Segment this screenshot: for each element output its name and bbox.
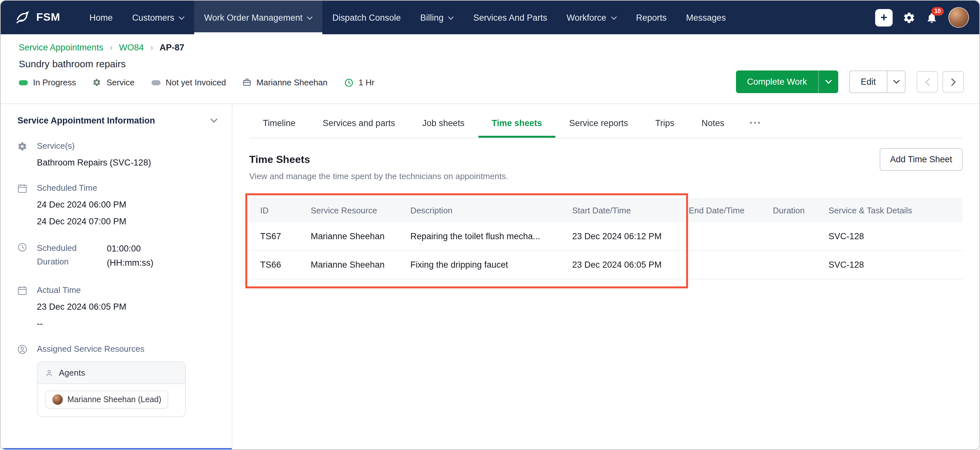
tab-label: Timeline: [263, 118, 296, 128]
chevron-down-icon: [611, 16, 617, 20]
column-header-duration[interactable]: Duration: [773, 198, 829, 222]
page-header: Service Appointments › WO84 › AP-87 Sund…: [1, 34, 979, 104]
collapse-panel-button[interactable]: [210, 118, 218, 123]
column-header-end-date-time[interactable]: End Date/Time: [689, 198, 773, 222]
status-badge: In Progress: [19, 78, 76, 87]
cell-service-task-details: SVC-128: [829, 251, 963, 279]
cell-id[interactable]: TS67: [249, 222, 311, 251]
cell-service-resource: Marianne Sheehan: [311, 222, 410, 251]
nav-item-workforce[interactable]: Workforce: [557, 1, 627, 34]
chevron-down-icon: [825, 79, 832, 84]
tab-service-reports[interactable]: Service reports: [556, 108, 642, 138]
appointment-title: Sundry bathroom repairs: [19, 58, 964, 69]
column-header-description[interactable]: Description: [410, 198, 572, 222]
field-body: Service(s) Bathroom Repairs (SVC-128): [37, 141, 218, 168]
next-record-button[interactable]: [942, 71, 964, 92]
nav-item-label: Messages: [686, 13, 726, 22]
add-time-sheet-button[interactable]: Add Time Sheet: [880, 148, 963, 171]
agent-avatar: [52, 395, 63, 405]
user-avatar[interactable]: [948, 7, 969, 28]
service-value: Bathroom Repairs (SVC-128): [37, 158, 218, 168]
clock-icon: [18, 242, 29, 269]
gear-icon: [93, 78, 101, 87]
time-sheets-table: ID Service Resource Description Start Da…: [249, 198, 963, 279]
scheduled-start-value: 24 Dec 2024 06:00 PM: [37, 200, 218, 209]
tab-label: Trips: [655, 118, 674, 128]
person-icon: [45, 369, 54, 377]
nav-item-label: Services And Parts: [474, 13, 547, 22]
create-new-button[interactable]: +: [875, 9, 892, 26]
notification-count-badge: 10: [931, 7, 944, 16]
column-header-start-date-time[interactable]: Start Date/Time: [572, 198, 689, 222]
clock-icon: [344, 78, 353, 87]
calendar-icon: [18, 183, 29, 226]
nav-item-label: Reports: [636, 13, 667, 22]
complete-work-dropdown-button[interactable]: [818, 70, 838, 93]
tab-notes[interactable]: Notes: [688, 108, 738, 138]
assigned-resources-field: Assigned Service Resources Agents Marian…: [18, 344, 218, 417]
edit-dropdown-button[interactable]: [887, 70, 905, 93]
panel-header: Service Appointment Information: [18, 116, 218, 125]
section-title: Time Sheets: [249, 154, 963, 165]
tab-services-and-parts[interactable]: Services and parts: [309, 108, 409, 138]
chevron-down-icon: [893, 79, 899, 84]
nav-item-dispatch-console[interactable]: Dispatch Console: [323, 1, 411, 34]
chevron-left-icon: [925, 78, 930, 86]
tabs-overflow-button[interactable]: •••: [738, 108, 773, 138]
column-header-service-task-details[interactable]: Service & Task Details: [829, 198, 963, 222]
complete-work-split-button: Complete Work: [736, 70, 838, 93]
field-body: Actual Time 23 Dec 2024 06:05 PM --: [37, 285, 218, 328]
nav-item-messages[interactable]: Messages: [676, 1, 736, 34]
tab-trips[interactable]: Trips: [641, 108, 688, 138]
person-circle-icon: [18, 344, 29, 417]
breadcrumb-service-appointments[interactable]: Service Appointments: [19, 43, 103, 52]
cell-service-resource: Marianne Sheehan: [311, 251, 410, 279]
breadcrumb: Service Appointments › WO84 › AP-87: [19, 43, 964, 52]
chevron-right-icon: [951, 78, 956, 86]
cell-description: Repairing the toilet flush mecha...: [410, 222, 572, 251]
nav-item-billing[interactable]: Billing: [411, 1, 464, 34]
column-header-id[interactable]: ID: [249, 198, 311, 222]
agents-card-body: Marianne Sheehan (Lead): [38, 384, 185, 417]
chevron-down-icon: [179, 16, 185, 20]
scheduled-end-value: 24 Dec 2024 07:00 PM: [37, 217, 218, 226]
invoice-status-badge: Not yet Invoiced: [151, 78, 226, 87]
nav-item-services-and-parts[interactable]: Services And Parts: [464, 1, 557, 34]
tab-label: Notes: [702, 118, 724, 128]
nav-item-reports[interactable]: Reports: [626, 1, 676, 34]
tab-label: Service reports: [569, 118, 628, 128]
nav-item-work-order-management[interactable]: Work Order Management: [194, 1, 323, 34]
horizontal-scrollbar[interactable]: [1, 448, 232, 450]
tab-job-sheets[interactable]: Job sheets: [409, 108, 478, 138]
nav-item-home[interactable]: Home: [80, 1, 123, 34]
field-label: Scheduled Time: [37, 183, 218, 193]
tab-timeline[interactable]: Timeline: [249, 108, 309, 138]
nav-item-label: Dispatch Console: [332, 13, 401, 22]
settings-gear-icon[interactable]: [903, 11, 915, 24]
nav-item-label: Home: [89, 13, 113, 22]
edit-button[interactable]: Edit: [849, 70, 887, 93]
appointment-info-panel: Service Appointment Information Service(…: [1, 104, 232, 450]
column-header-service-resource[interactable]: Service Resource: [311, 198, 410, 222]
cell-start-date-time: 23 Dec 2024 06:12 PM: [572, 222, 689, 251]
tab-time-sheets[interactable]: Time sheets: [478, 108, 556, 138]
type-label: Service: [107, 78, 135, 87]
app-window: FSM Home Customers Work Order Management…: [0, 0, 980, 450]
previous-record-button[interactable]: [916, 71, 938, 92]
notifications-button[interactable]: 10: [926, 11, 938, 24]
complete-work-button[interactable]: Complete Work: [736, 70, 818, 93]
assignee-badge: Marianne Sheehan: [243, 78, 328, 87]
cell-id[interactable]: TS66: [249, 251, 311, 279]
tab-label: Job sheets: [422, 118, 465, 128]
nav-item-customers[interactable]: Customers: [123, 1, 194, 34]
agent-chip[interactable]: Marianne Sheehan (Lead): [45, 390, 169, 409]
service-field: Service(s) Bathroom Repairs (SVC-128): [18, 141, 218, 168]
breadcrumb-work-order[interactable]: WO84: [119, 43, 144, 52]
field-body: Scheduled Duration 01:00:00 (HH:mm:ss): [37, 242, 218, 269]
status-dot-icon: [19, 80, 28, 85]
fsm-brand[interactable]: FSM: [15, 10, 60, 25]
cell-duration: [773, 251, 829, 279]
tab-label: Services and parts: [323, 118, 395, 128]
field-body: Scheduled Time 24 Dec 2024 06:00 PM 24 D…: [37, 183, 218, 226]
nav-item-label: Work Order Management: [204, 13, 302, 22]
